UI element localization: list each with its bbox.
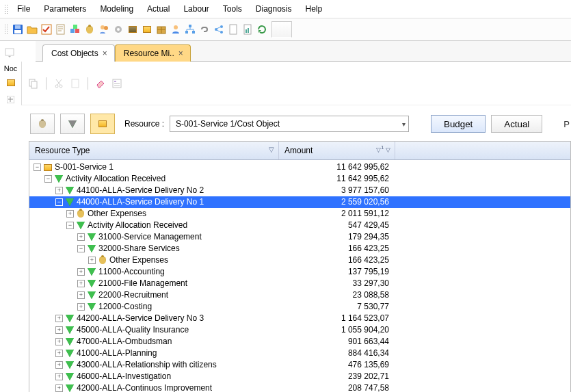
cubes-icon[interactable] <box>69 23 81 36</box>
expand-icon[interactable] <box>5 93 17 105</box>
tree-row[interactable]: +11000-Accounting137 795,19 <box>29 266 570 278</box>
col-resource-type[interactable]: Resource Type ▽ <box>29 142 279 159</box>
tree-row[interactable]: +47000-ALLA-Ombudsman901 663,44 <box>29 336 570 348</box>
toggle-icon[interactable]: + <box>55 315 63 322</box>
menu-parameters[interactable]: Parameters <box>37 2 93 16</box>
copy-icon[interactable] <box>27 77 40 90</box>
package-icon[interactable] <box>155 23 168 36</box>
sort-desc-icon[interactable]: ▽1 ▽ <box>376 144 390 153</box>
paste-icon[interactable] <box>69 77 81 90</box>
menu-tools[interactable]: Tools <box>216 2 249 16</box>
cut-icon[interactable] <box>53 77 65 90</box>
report-icon[interactable] <box>241 23 254 36</box>
gear-icon[interactable] <box>112 23 124 36</box>
resource-dropdown[interactable]: S-001-Service 1/Cost Object ▾ <box>170 116 409 132</box>
menu-help[interactable]: Help <box>299 2 330 16</box>
tree-row[interactable]: +Other Expenses166 423,25 <box>29 254 570 266</box>
share-icon[interactable] <box>213 23 225 36</box>
tab-resource-mi[interactable]: Resource Mi.. × <box>115 44 191 62</box>
toggle-icon[interactable]: + <box>66 210 74 218</box>
toggle-icon[interactable]: − <box>77 245 85 252</box>
node-label: 47000-ALLA-Ombudsman <box>77 336 172 348</box>
erase-icon[interactable] <box>94 77 107 90</box>
toggle-icon[interactable]: + <box>55 361 63 369</box>
tree-row[interactable]: +44200-ALLA-Service Delivery No 31 164 5… <box>29 313 570 324</box>
filter-shield-grey-button[interactable] <box>60 114 85 134</box>
actual-button[interactable]: Actual <box>491 115 542 133</box>
box-open-icon[interactable] <box>141 23 153 36</box>
tree-row[interactable]: +41000-ALLA-Planning884 416,34 <box>29 348 570 359</box>
budget-button[interactable]: Budget <box>431 115 486 133</box>
menu-modeling[interactable]: Modeling <box>93 2 140 16</box>
menu-file[interactable]: File <box>10 2 37 16</box>
toggle-icon[interactable]: + <box>88 257 96 264</box>
box-icon[interactable] <box>5 77 17 89</box>
toggle-icon[interactable]: + <box>55 384 63 392</box>
toggle-icon[interactable]: + <box>77 268 85 276</box>
filter-box-button[interactable] <box>90 114 115 134</box>
doc-icon[interactable] <box>227 23 239 36</box>
tree-row[interactable]: +42000-ALLA-Continuos Improvement208 747… <box>29 382 570 392</box>
tree-body[interactable]: −S-001-Service 111 642 995,62−Activity A… <box>29 160 570 392</box>
tree-row[interactable]: −32000-Share Services166 423,25 <box>29 243 570 254</box>
tree-row[interactable]: +21000-File Management33 297,30 <box>29 278 570 289</box>
close-icon[interactable]: × <box>103 49 107 58</box>
money-bag-icon[interactable] <box>83 23 96 36</box>
link-icon[interactable] <box>198 23 211 36</box>
toggle-icon[interactable]: + <box>77 303 85 311</box>
note-icon[interactable] <box>55 23 67 36</box>
amount-value: 547 429,45 <box>281 220 396 231</box>
toggle-icon[interactable]: + <box>55 187 63 194</box>
folder-icon[interactable] <box>26 23 38 36</box>
toggle-icon[interactable]: − <box>55 198 63 206</box>
tree-row[interactable]: +Other Expenses2 011 591,12 <box>29 208 570 220</box>
toggle-icon[interactable]: − <box>34 164 41 171</box>
tree-row[interactable]: +44100-ALLA-Service Delivery No 23 977 1… <box>29 185 570 196</box>
users-icon[interactable] <box>98 23 110 36</box>
svg-point-29 <box>59 85 62 88</box>
tree-row[interactable]: +22000-Recruitment23 088,58 <box>29 289 570 301</box>
user-icon[interactable] <box>170 23 182 36</box>
toggle-icon[interactable]: + <box>77 233 85 241</box>
tree-row[interactable]: −Activity Allocation Received547 429,45 <box>29 220 570 231</box>
tree-row[interactable]: +46000-ALLA-Investigation239 202,71 <box>29 371 570 382</box>
toggle-icon[interactable]: − <box>44 175 52 183</box>
tree-row[interactable]: +45000-ALLA-Quality Insurance1 055 904,2… <box>29 324 570 336</box>
menu-actual[interactable]: Actual <box>140 2 176 16</box>
node-label: 31000-Service Management <box>98 231 202 243</box>
toggle-icon[interactable]: + <box>77 291 85 299</box>
properties-icon[interactable] <box>111 77 123 90</box>
filter-bag-button[interactable] <box>30 114 55 134</box>
tab-cost-objects[interactable]: Cost Objects × <box>42 44 115 62</box>
refresh-icon[interactable] <box>256 23 268 36</box>
svg-point-9 <box>104 26 108 30</box>
tree-row[interactable]: −S-001-Service 111 642 995,62 <box>29 161 570 173</box>
close-icon[interactable]: × <box>178 49 183 58</box>
tab-dropdown-icon[interactable] <box>3 47 16 59</box>
hierarchy-icon[interactable] <box>184 23 196 36</box>
node-label: 32000-Share Services <box>98 243 180 254</box>
toggle-icon[interactable]: + <box>77 280 85 287</box>
tree-row[interactable]: −44000-ALLA-Service Delivery No 12 559 0… <box>29 196 570 208</box>
col-amount[interactable]: Amount ▽1 ▽ <box>279 142 395 159</box>
filter-icon[interactable]: ▽ <box>269 146 274 153</box>
col-label: Resource Type <box>35 146 90 155</box>
check-icon[interactable] <box>40 23 53 36</box>
tree-row[interactable]: −Activity Allocation Received11 642 995,… <box>29 173 570 185</box>
menu-diagnosis[interactable]: Diagnosis <box>249 2 299 16</box>
tree-row[interactable]: +43000-ALLA-Relationship with citizens47… <box>29 359 570 371</box>
toggle-icon[interactable]: + <box>55 326 63 334</box>
tree-row[interactable]: +31000-Service Management179 294,35 <box>29 231 570 243</box>
toggle-icon[interactable]: + <box>55 350 63 357</box>
tree-row[interactable]: +12000-Costing7 530,77 <box>29 301 570 313</box>
toggle-icon[interactable]: + <box>55 373 63 380</box>
save-icon[interactable] <box>12 23 24 36</box>
amount-value: 1 164 523,07 <box>281 313 396 324</box>
shield-icon <box>65 349 75 358</box>
toolbar-overflow[interactable] <box>271 21 292 38</box>
menu-labour[interactable]: Labour <box>176 2 215 16</box>
toggle-icon[interactable]: − <box>66 222 74 229</box>
toggle-icon[interactable]: + <box>55 338 63 345</box>
resource-grid: Resource Type ▽ Amount ▽1 ▽ −S-001-Servi… <box>29 141 571 392</box>
box-closed-icon[interactable] <box>127 23 139 36</box>
